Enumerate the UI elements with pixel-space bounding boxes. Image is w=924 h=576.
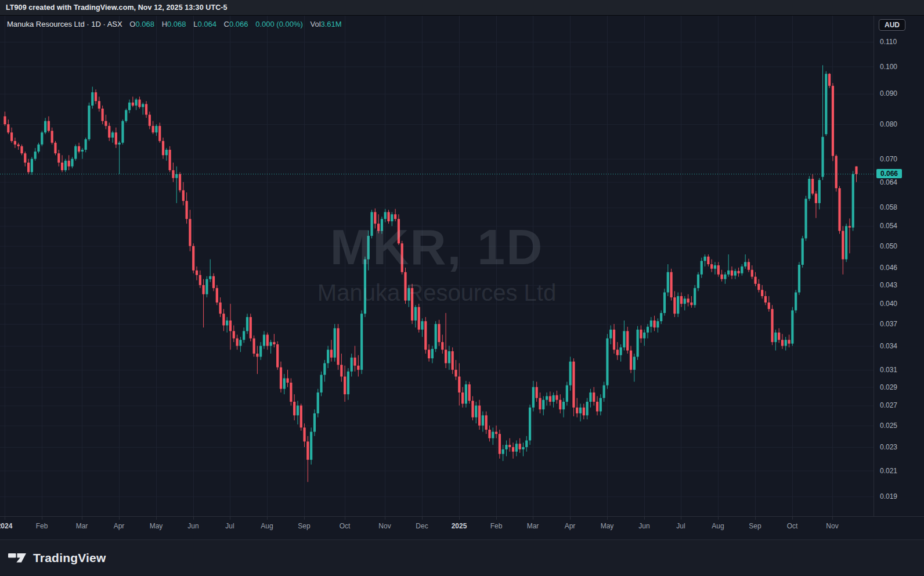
candle-body — [579, 408, 582, 413]
candle-body — [293, 402, 295, 415]
candle-body — [465, 384, 467, 404]
month-label: Dec — [416, 522, 428, 530]
candle-body — [731, 271, 733, 276]
candle-body — [734, 271, 737, 276]
month-tick — [345, 517, 345, 520]
candle-body — [485, 415, 488, 430]
candle-body — [821, 137, 824, 177]
candle-body — [7, 124, 9, 132]
candle-body — [222, 314, 225, 325]
candle-body — [407, 288, 410, 300]
candle-body — [539, 398, 541, 409]
candle-body — [360, 314, 363, 370]
tradingview-logo-icon[interactable] — [8, 550, 28, 565]
candle-body — [179, 174, 181, 190]
open-value: 0.068 — [135, 20, 154, 28]
candle-body — [785, 340, 787, 345]
candle-body — [155, 126, 157, 132]
symbol-title[interactable]: Manuka Resources Ltd · 1D · ASX — [7, 20, 122, 28]
candle-body — [283, 378, 286, 388]
price-tick-label: 0.037 — [880, 319, 897, 329]
symbol-legend[interactable]: Manuka Resources Ltd · 1D · ASX O0.068 H… — [7, 20, 342, 28]
month-tick — [832, 517, 833, 520]
candle-body — [673, 297, 676, 314]
candle-body — [583, 408, 585, 416]
candle-body — [169, 150, 171, 170]
candle-body — [17, 145, 20, 146]
candle-body — [370, 212, 373, 236]
candle-body — [132, 103, 134, 106]
candle-body — [502, 449, 504, 454]
tradingview-wordmark[interactable]: TradingView — [33, 551, 106, 565]
time-axis[interactable]: 2024FebMarAprMayJunJulAugSepOctNovDec202… — [0, 516, 924, 539]
month-tick — [82, 517, 82, 520]
candle-body — [111, 132, 114, 138]
candle-body — [404, 272, 406, 301]
candle-body — [320, 375, 322, 393]
candle-body — [81, 150, 84, 152]
candle-body — [529, 408, 531, 441]
volume-label: Vol — [310, 20, 320, 28]
candle-body — [778, 333, 780, 340]
candle-body — [384, 212, 387, 219]
candle-body — [51, 131, 53, 142]
price-axis[interactable]: AUD 0.066 0.1100.1000.0900.0800.0700.064… — [874, 16, 924, 516]
month-tick — [230, 517, 230, 520]
candle-body — [118, 143, 121, 145]
candle-body — [203, 285, 205, 294]
candlestick-canvas[interactable] — [0, 16, 874, 516]
candle-body — [468, 384, 471, 401]
candle-body — [764, 296, 767, 303]
candle-body — [37, 145, 39, 152]
price-plot[interactable]: MKR, 1D Manuka Resources Ltd Manuka Reso… — [0, 16, 874, 516]
month-tick — [607, 517, 608, 520]
month-tick — [459, 517, 460, 520]
candle-body — [620, 347, 622, 355]
month-label: Aug — [261, 522, 273, 530]
candle-body — [216, 288, 218, 303]
candle-body — [569, 362, 572, 386]
candle-body — [104, 121, 107, 125]
price-tick-label: 0.043 — [880, 280, 897, 290]
candle-body — [525, 440, 528, 447]
candle-body — [828, 74, 831, 86]
price-tick-label: 0.058 — [880, 203, 897, 212]
candle-body — [286, 378, 288, 382]
candle-body — [640, 330, 642, 339]
candle-body — [353, 358, 356, 366]
candle-body — [754, 277, 756, 284]
candle-body — [398, 219, 400, 243]
month-label: May — [601, 522, 614, 530]
candle-body — [532, 387, 535, 408]
candle-body — [182, 190, 185, 201]
price-tick-label: 0.027 — [880, 401, 897, 410]
close-value: 0.066 — [229, 20, 248, 28]
candle-body — [757, 284, 760, 290]
current-price-badge: 0.066 — [876, 169, 902, 178]
candle-body — [603, 386, 605, 398]
candle-body — [428, 350, 430, 358]
candle-body — [707, 257, 709, 264]
candle-body — [471, 401, 474, 417]
candle-body — [74, 146, 77, 159]
price-tick-label: 0.040 — [880, 299, 897, 308]
candle-body — [280, 368, 282, 389]
candle-body — [512, 447, 514, 452]
candle-body — [306, 441, 309, 459]
candle-body — [781, 340, 784, 345]
candle-body — [256, 354, 258, 357]
month-label: 2024 — [0, 522, 12, 530]
candle-body — [677, 296, 679, 314]
candle-body — [452, 351, 454, 370]
candle-body — [505, 445, 507, 449]
candle-body — [744, 262, 746, 267]
candle-body — [414, 307, 417, 321]
candle-body — [656, 321, 659, 327]
month-tick — [119, 517, 120, 520]
candle-body — [815, 194, 817, 203]
month-label: Feb — [490, 522, 503, 530]
price-tick-label: 0.070 — [880, 154, 897, 164]
footer-bar: TradingView — [0, 539, 924, 575]
month-tick — [718, 517, 719, 520]
candle-body — [838, 188, 840, 231]
